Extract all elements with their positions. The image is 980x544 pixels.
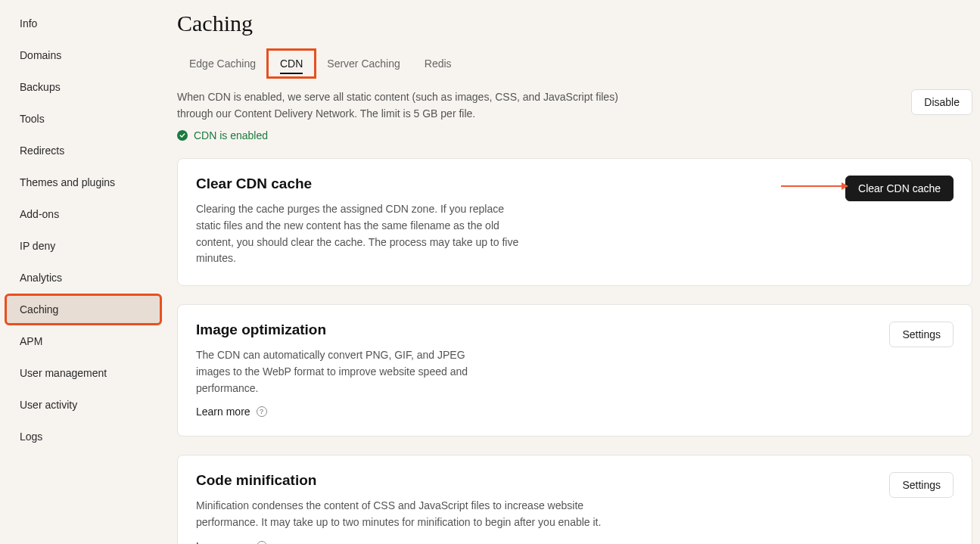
sidebar-item-logs[interactable]: Logs — [6, 422, 160, 451]
page-title: Caching — [177, 11, 972, 36]
card-description: The CDN can automatically convert PNG, G… — [196, 347, 491, 396]
intro-row: When CDN is enabled, we serve all static… — [177, 89, 972, 122]
help-icon[interactable]: ? — [257, 406, 267, 417]
sidebar-item-user-activity[interactable]: User activity — [6, 390, 160, 419]
code-min-settings-button[interactable]: Settings — [889, 472, 954, 498]
clear-cdn-cache-button[interactable]: Clear CDN cache — [845, 176, 954, 201]
sidebar-item-redirects[interactable]: Redirects — [6, 136, 160, 165]
card-description: Minification condenses the content of CS… — [196, 498, 605, 530]
learn-more-link[interactable]: Learn more — [196, 406, 250, 418]
tab-server-caching[interactable]: Server Caching — [315, 50, 412, 77]
check-circle-icon — [177, 130, 188, 141]
help-icon[interactable]: ? — [257, 541, 267, 544]
sidebar-item-themes-plugins[interactable]: Themes and plugins — [6, 168, 160, 197]
card-clear-cdn-cache: Clear CDN cache Clearing the cache purge… — [177, 158, 972, 286]
sidebar-item-user-management[interactable]: User management — [6, 359, 160, 387]
learn-more-link[interactable]: Learn more — [196, 540, 250, 544]
tab-redis[interactable]: Redis — [412, 50, 464, 77]
sidebar-item-domains[interactable]: Domains — [6, 41, 160, 70]
sidebar-item-add-ons[interactable]: Add-ons — [6, 200, 160, 228]
card-code-minification: Code minification Minification condenses… — [177, 455, 972, 544]
card-title: Code minification — [196, 472, 605, 489]
sidebar-item-ip-deny[interactable]: IP deny — [6, 232, 160, 260]
sidebar-item-backups[interactable]: Backups — [6, 73, 160, 101]
sidebar-item-info[interactable]: Info — [6, 9, 160, 38]
card-image-optimization: Image optimization The CDN can automatic… — [177, 304, 972, 437]
main-content: Caching Edge Caching CDN Server Caching … — [166, 0, 980, 544]
sidebar-item-caching[interactable]: Caching — [6, 295, 160, 324]
sidebar: Info Domains Backups Tools Redirects The… — [0, 0, 166, 544]
cdn-status-text: CDN is enabled — [194, 129, 268, 141]
annotation-arrow-icon — [781, 185, 848, 187]
sidebar-item-apm[interactable]: APM — [6, 327, 160, 356]
image-opt-settings-button[interactable]: Settings — [889, 322, 954, 347]
intro-text: When CDN is enabled, we serve all static… — [177, 89, 631, 122]
disable-button[interactable]: Disable — [911, 89, 972, 115]
tab-cdn[interactable]: CDN — [268, 50, 315, 77]
cdn-status: CDN is enabled — [177, 129, 972, 141]
card-title: Image optimization — [196, 322, 491, 338]
sidebar-item-analytics[interactable]: Analytics — [6, 263, 160, 292]
tabs: Edge Caching CDN Server Caching Redis — [177, 50, 972, 77]
sidebar-item-tools[interactable]: Tools — [6, 104, 160, 133]
card-description: Clearing the cache purges the assigned C… — [196, 201, 521, 267]
tab-edge-caching[interactable]: Edge Caching — [177, 50, 268, 77]
card-title: Clear CDN cache — [196, 176, 521, 192]
